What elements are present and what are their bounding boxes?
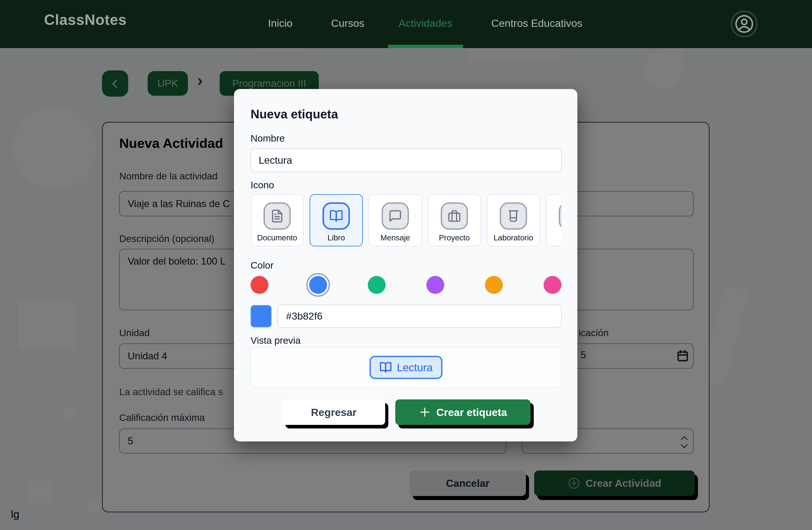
color-blue[interactable] [309, 276, 327, 294]
book-open-icon [329, 209, 343, 223]
icon-option-label: Mensaje [380, 233, 410, 242]
app-logo: ClassNotes [44, 11, 127, 28]
icon-option-libro[interactable]: Libro [309, 194, 363, 247]
icon-picker-row: Documento Libro Mensaje Proyecto Laborat… [250, 194, 562, 248]
label-preview-text: Lectura [397, 362, 433, 374]
icon-section-label: Icono [250, 180, 274, 191]
icon-option-laboratorio[interactable]: Laboratorio [487, 194, 540, 247]
nav-actividades[interactable]: Actividades [398, 17, 452, 29]
label-preview-chip: Lectura [369, 356, 443, 379]
icon-option-label: Libro [328, 233, 345, 242]
label-preview-box: Lectura [250, 347, 562, 387]
create-label-button[interactable]: Crear etiqueta [395, 399, 531, 425]
nav-centros-educativos[interactable]: Centros Educativos [491, 17, 582, 29]
book-open-icon [379, 361, 392, 374]
file-text-icon [270, 209, 284, 223]
modal-title: Nueva etiqueta [250, 107, 338, 121]
label-name-value: Lectura [259, 154, 292, 166]
icon-option-clipped[interactable]: Co [546, 194, 562, 247]
nav-cursos[interactable]: Cursos [331, 17, 364, 29]
color-pink[interactable] [543, 276, 562, 294]
icon-option-documento[interactable]: Documento [250, 194, 304, 247]
color-purple[interactable] [426, 276, 444, 294]
icon-option-proyecto[interactable]: Proyecto [428, 194, 481, 247]
plus-icon [419, 406, 431, 418]
nav-inicio[interactable]: Inicio [268, 17, 293, 29]
color-orange[interactable] [485, 276, 503, 294]
selected-color-swatch[interactable] [250, 305, 272, 327]
color-section-label: Color [250, 260, 274, 271]
beaker-icon [506, 209, 520, 223]
icon-option-label: Documento [257, 233, 297, 242]
user-circle-icon [734, 14, 754, 34]
icon-option-mensaje[interactable]: Mensaje [369, 194, 422, 247]
user-avatar-button[interactable] [731, 11, 758, 38]
message-square-icon [388, 209, 402, 223]
label-name-label: Nombre [250, 133, 285, 144]
back-modal-button[interactable]: Regresar [282, 399, 385, 425]
icon-option-label: Proyecto [439, 233, 470, 242]
create-label-text: Crear etiqueta [436, 406, 507, 418]
icon-option-label: Laboratorio [493, 233, 533, 242]
color-picker-row [250, 276, 562, 294]
hex-color-input[interactable]: #3b82f6 [278, 305, 562, 328]
app-header: ClassNotes Inicio Cursos Actividades Cen… [0, 0, 812, 48]
briefcase-icon [447, 209, 461, 223]
hex-color-value: #3b82f6 [286, 310, 322, 322]
active-tab-underline [388, 45, 463, 48]
color-green[interactable] [368, 276, 386, 294]
color-red[interactable] [250, 276, 269, 294]
preview-section-label: Vista previa [250, 335, 301, 346]
label-name-input[interactable]: Lectura [250, 148, 562, 172]
back-modal-label: Regresar [311, 406, 357, 418]
new-label-modal: Nueva etiqueta Nombre Lectura Icono Docu… [234, 89, 577, 441]
